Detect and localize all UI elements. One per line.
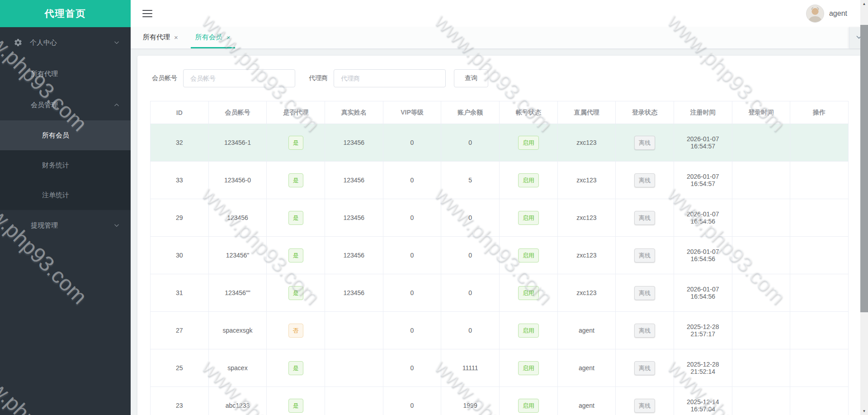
table-cell: zxc123	[557, 237, 616, 274]
table-cell: 离线	[616, 124, 674, 162]
sidebar-item-withdraw-management[interactable]: 提现管理	[0, 210, 131, 241]
column-header: 会员帐号	[208, 101, 267, 124]
table-cell: 123456-1	[208, 124, 267, 162]
table-row[interactable]: 31123456""是12345600启用zxc123离线2026-01-07 …	[151, 274, 849, 312]
table-cell	[732, 274, 790, 312]
column-header: 操作	[790, 101, 849, 124]
agent-label: 代理商	[309, 74, 328, 82]
scroll-up-icon[interactable]: ▲	[860, 0, 868, 8]
hamburger-menu-icon[interactable]	[142, 10, 152, 17]
table-row[interactable]: 29123456是12345600启用zxc123离线2026-01-07 16…	[151, 199, 849, 237]
column-header: 登录状态	[616, 101, 674, 124]
status-badge: 是	[288, 136, 303, 150]
tab-all-agents[interactable]: 所有代理×	[138, 27, 183, 48]
main-area: agent 所有代理×所有会员× 会员帐号 代理商 查询	[131, 0, 868, 415]
table-cell: 是	[267, 274, 325, 312]
table-row[interactable]: 25spacex是011111启用agent离线2025-12-28 21:52…	[151, 349, 849, 387]
tab-all-members[interactable]: 所有会员×	[191, 27, 235, 48]
sidebar-item-member-management[interactable]: 会员管理	[0, 90, 131, 120]
avatar	[806, 5, 824, 23]
table-cell: 30	[151, 237, 209, 274]
table-cell: 是	[267, 124, 325, 162]
table-row[interactable]: 23abc1233是01999启用agent离线2025-12-14 16:57…	[151, 387, 849, 415]
table-cell: 0	[383, 312, 441, 349]
status-badge: 启用	[518, 399, 539, 413]
table-cell: 2025-12-14 16:57:04	[674, 387, 732, 415]
table-cell: 123456	[325, 124, 383, 162]
tab-label: 所有代理	[143, 33, 170, 42]
table-row[interactable]: 30123456"是12345600启用zxc123离线2026-01-07 1…	[151, 237, 849, 274]
status-badge: 是	[288, 399, 303, 413]
table-cell: 1999	[441, 387, 500, 415]
status-badge: 启用	[518, 361, 539, 375]
table-cell	[732, 349, 790, 387]
table-cell: 2026-01-07 16:54:56	[674, 274, 732, 312]
close-icon[interactable]: ×	[226, 34, 231, 41]
table-cell: 是	[267, 199, 325, 237]
table-cell	[790, 237, 849, 274]
sidebar-item-label: 所有代理	[31, 70, 58, 78]
sidebar-item-label: 会员管理	[31, 101, 58, 110]
chevron-down-icon	[113, 39, 120, 46]
table-cell: 启用	[499, 124, 557, 162]
table-row[interactable]: 33123456-0是12345605启用zxc123离线2026-01-07 …	[151, 162, 849, 199]
sidebar-item-all-agents[interactable]: 所有代理	[0, 58, 131, 90]
status-badge: 否	[288, 324, 303, 338]
table-cell: 0	[383, 349, 441, 387]
scrollbar-thumb[interactable]	[860, 25, 868, 312]
table-cell: 123456	[325, 199, 383, 237]
app-title: 代理首页	[0, 0, 131, 27]
sidebar-item-personal-center[interactable]: 个人中心	[0, 27, 131, 58]
member-account-input[interactable]	[183, 69, 295, 87]
sidebar-item-label: 所有会员	[42, 131, 69, 140]
table-cell: 123456	[325, 237, 383, 274]
content-card: 会员帐号 代理商 查询 ID会员帐号是否代理真实姓名VIP等级账户余额帐号状态直…	[137, 56, 861, 415]
browser-scrollbar[interactable]: ▲ ▼	[860, 0, 868, 415]
column-header: 直属代理	[557, 101, 616, 124]
table-cell: 0	[441, 199, 500, 237]
column-header: 注册时间	[674, 101, 732, 124]
status-badge: 离线	[634, 399, 655, 413]
content-area: 会员帐号 代理商 查询 ID会员帐号是否代理真实姓名VIP等级账户余额帐号状态直…	[131, 49, 868, 415]
table-cell	[790, 312, 849, 349]
user-menu[interactable]: agent	[806, 5, 847, 23]
table-cell: 离线	[616, 274, 674, 312]
table-row[interactable]: 32123456-1是12345600启用zxc123离线2026-01-07 …	[151, 124, 849, 162]
table-cell: zxc123	[557, 274, 616, 312]
table-cell: 31	[151, 274, 209, 312]
status-badge: 是	[288, 173, 303, 187]
table-cell	[790, 387, 849, 415]
table-cell: 5	[441, 162, 500, 199]
table-cell: 0	[441, 124, 500, 162]
status-badge: 是	[288, 361, 303, 375]
status-badge: 离线	[634, 248, 655, 262]
table-cell: 29	[151, 199, 209, 237]
status-badge: 离线	[634, 361, 655, 375]
sidebar-item-label: 个人中心	[30, 38, 57, 47]
table-cell: 是	[267, 162, 325, 199]
table-cell: 2026-01-07 16:54:56	[674, 237, 732, 274]
column-header: 帐号状态	[499, 101, 557, 124]
table-cell	[325, 312, 383, 349]
sidebar-item-order-stats[interactable]: 注单统计	[0, 180, 131, 210]
table-cell: 0	[441, 237, 500, 274]
sidebar-item-all-members[interactable]: 所有会员	[0, 120, 131, 150]
agent-input[interactable]	[334, 69, 446, 87]
close-icon[interactable]: ×	[174, 34, 178, 41]
table-cell: 2026-01-07 16:54:57	[674, 162, 732, 199]
table-cell: 23	[151, 387, 209, 415]
table-cell: spacexsgk	[208, 312, 267, 349]
table-row[interactable]: 27spacexsgk否00启用agent离线2025-12-28 21:57:…	[151, 312, 849, 349]
query-button[interactable]: 查询	[454, 69, 488, 87]
status-badge: 启用	[518, 136, 539, 150]
table-cell: 启用	[499, 349, 557, 387]
scroll-down-icon[interactable]: ▼	[860, 407, 868, 415]
chevron-down-icon	[113, 222, 120, 229]
sidebar-item-label: 注单统计	[42, 191, 69, 200]
table-cell: 123456	[325, 274, 383, 312]
table-cell: 0	[383, 387, 441, 415]
status-badge: 离线	[634, 136, 655, 150]
sidebar-item-finance-stats[interactable]: 财务统计	[0, 150, 131, 180]
table-cell: zxc123	[557, 124, 616, 162]
table-cell: abc1233	[208, 387, 267, 415]
